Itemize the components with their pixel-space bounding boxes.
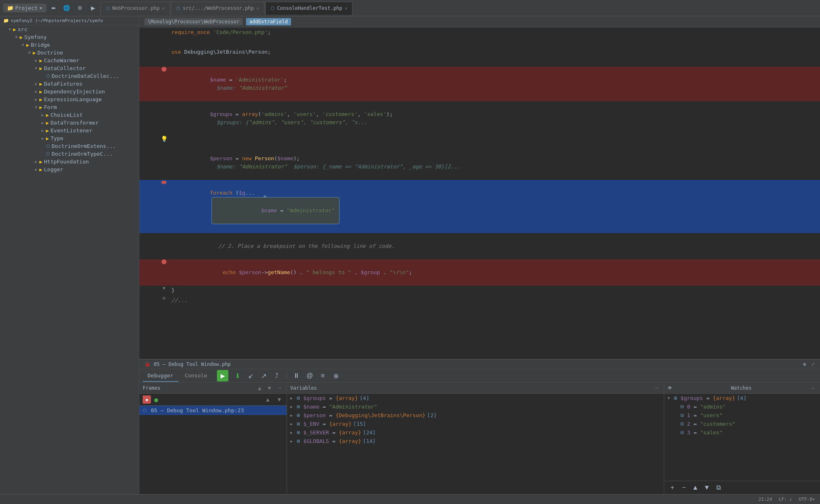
var-arrow-globals: ▶ xyxy=(290,439,295,443)
watches-header-btns: → xyxy=(809,384,817,392)
tree-item-form[interactable]: ▼ ▶ Form xyxy=(0,103,139,111)
debug-watch-btn[interactable]: @ xyxy=(304,370,315,381)
breakpoint-1[interactable] xyxy=(162,67,166,72)
var-item-env[interactable]: ▶ ⊞ $_ENV = {array} [15] xyxy=(287,420,664,428)
tree-item-cachewarmer[interactable]: ▶ ▶ CacheWarmer xyxy=(0,57,139,64)
thread-down-btn[interactable]: ▼ xyxy=(275,396,283,403)
project-selector[interactable]: 📁 Project ▾ xyxy=(3,4,46,12)
nav-back-btn[interactable]: ⬅ xyxy=(48,2,59,14)
status-encoding[interactable]: UTF-8▾ xyxy=(799,497,815,502)
watches-remove-btn[interactable]: − xyxy=(679,483,689,493)
breadcrumb-seg-2[interactable]: addExtraField xyxy=(246,18,291,25)
code-line-blank1 xyxy=(139,37,820,47)
tree-item-bridge[interactable]: ▼ ▶ Bridge xyxy=(0,41,139,49)
debug-step-into-btn[interactable]: ↙ xyxy=(245,370,256,381)
tab-close-btn-3[interactable]: × xyxy=(345,6,348,11)
var-name-person: $person xyxy=(303,412,326,418)
debug-tab-debugger[interactable]: Debugger xyxy=(143,370,178,382)
watch-item-groups[interactable]: ▼ ⊞ $groups = {array} [4] xyxy=(664,394,820,402)
tree-item-datatransformer[interactable]: ▶ ▶ DataTransformer xyxy=(0,119,139,127)
tree-item-datafixtures[interactable]: ▶ ▶ DataFixtures xyxy=(0,80,139,88)
stop-debug-btn[interactable]: ■ xyxy=(143,395,151,404)
breakpoint-arrow[interactable] xyxy=(162,180,166,185)
debug-run-cursor-btn[interactable]: ⤴ xyxy=(271,370,282,381)
debug-step-out-btn[interactable]: ↗ xyxy=(258,370,269,381)
tab-label: WebProcessor.php xyxy=(112,5,160,11)
line-num-echo xyxy=(139,259,160,260)
watches-panel: 👁 Watches → ▼ ⊞ $groups = {a xyxy=(664,383,820,494)
tree-item-doctrinetypec[interactable]: ⬡ DoctrineOrmTypeC... xyxy=(0,150,139,158)
breakpoint-2[interactable] xyxy=(162,259,166,264)
watch-child-2[interactable]: ⊟ 2 = "customers" xyxy=(664,420,820,428)
vars-close-btn[interactable]: → xyxy=(652,384,661,392)
folder-icon: 📁 xyxy=(7,5,14,11)
frames-close-btn[interactable]: → xyxy=(275,384,283,392)
tree-item-explang[interactable]: ▶ ▶ ExpressionLanguage xyxy=(0,95,139,103)
debug-frames-btn[interactable]: ≡ xyxy=(317,370,328,381)
watches-add-btn[interactable]: + xyxy=(667,483,677,493)
expand-code-btn[interactable]: ⊞ xyxy=(163,295,166,301)
watches-up-btn[interactable]: ▲ xyxy=(690,483,700,493)
debug-expand-icon[interactable]: ⤢ xyxy=(811,361,815,367)
watch-child-val-0: "admins" xyxy=(700,404,726,410)
debug-settings-btn2[interactable]: ⊕ xyxy=(330,370,342,381)
settings-btn[interactable]: ⚙ xyxy=(74,2,86,14)
var-item-person[interactable]: ▶ ⊞ $person = {Debugging\JetBrains\Perso… xyxy=(287,411,664,420)
status-line-ending[interactable]: LF: ↓ xyxy=(779,497,792,502)
frames-down-btn[interactable]: ▼ xyxy=(265,384,273,392)
var-icon-groups: ⊞ xyxy=(297,395,300,401)
var-name-env: $_ENV xyxy=(303,421,319,427)
tree-item-httpfoundation[interactable]: ▶ ▶ HttpFoundation xyxy=(0,158,139,166)
tree-item-symfony[interactable]: ▼ ▶ Symfony xyxy=(0,33,139,41)
tree-item-logger[interactable]: ▶ ▶ Logger xyxy=(0,166,139,173)
debug-gear-icon[interactable]: ⚙ xyxy=(803,361,806,367)
tree-item-type[interactable]: ▶ ▶ Type xyxy=(0,134,139,142)
debug-resume-btn[interactable]: ▶ xyxy=(217,370,228,381)
frames-up-btn[interactable]: ▲ xyxy=(255,384,264,392)
tab-webprocessor[interactable]: ⬡ WebProcessor.php × xyxy=(100,2,170,15)
tree-item-choicelist[interactable]: ▶ ▶ ChoiceList xyxy=(0,111,139,119)
tree-item-doctrine[interactable]: ▼ ▶ Doctrine xyxy=(0,49,139,57)
watch-child-1[interactable]: ⊟ 1 = "users" xyxy=(664,411,820,420)
run-btn[interactable]: ▶ xyxy=(87,2,99,14)
tree-item-doctrine-data-file[interactable]: ⬡ DoctrineDataCollec... xyxy=(0,72,139,80)
tab-webprocessor2[interactable]: ⬡ src/.../WebProcessor.php × xyxy=(171,2,264,15)
tree-item-eventlistener[interactable]: ▶ ▶ EventListener xyxy=(0,127,139,134)
tab-consolehandler[interactable]: ⬡ ConsoleHandlerTest.php × xyxy=(265,2,353,15)
watch-child-0[interactable]: ⊟ 0 = "admins" xyxy=(664,402,820,411)
watches-close-btn[interactable]: → xyxy=(809,384,817,392)
editor-area: \Monolog\Processor\WebProcessor addExtra… xyxy=(139,16,820,359)
breadcrumb-seg-1[interactable]: \Monolog\Processor\WebProcessor xyxy=(144,18,243,25)
debug-tab-console[interactable]: Console xyxy=(180,370,212,382)
tree-item-doctrineext[interactable]: ⬡ DoctrineOrmExtens... xyxy=(0,142,139,150)
watches-copy-btn[interactable]: ⧉ xyxy=(713,483,723,493)
tree-label-el: ExpressionLanguage xyxy=(44,96,102,102)
frame-item-main[interactable]: ⬡ 05 – Debug Tool Window.php:23 xyxy=(139,406,287,415)
tree-item-src[interactable]: ▼ ▶ src xyxy=(0,25,139,33)
tree-item-datacollector[interactable]: ▼ ▶ DataCollector xyxy=(0,64,139,72)
watches-down-btn[interactable]: ▼ xyxy=(702,483,712,493)
var-item-globals[interactable]: ▶ ⊞ $GLOBALS = {array} [14] xyxy=(287,437,664,445)
code-content-person: $person = new Person($name); $name: "Adm… xyxy=(168,145,820,180)
var-item-server[interactable]: ▶ ⊞ $_SERVER = {array} [24] xyxy=(287,428,664,437)
file-icon-dtc: ⬡ xyxy=(46,151,50,157)
file-icon-ddf: ⬡ xyxy=(46,73,50,79)
gutter-ellipsis: ⊞ xyxy=(160,295,168,301)
tree-item-depinject[interactable]: ▶ ▶ DependencyInjection xyxy=(0,88,139,95)
tab-close-btn[interactable]: × xyxy=(162,6,165,11)
thread-up-btn[interactable]: ▲ xyxy=(264,396,272,403)
tree-label-hf: HttpFoundation xyxy=(44,159,89,165)
watch-child-3[interactable]: ⊟ 3 = "sales" xyxy=(664,428,820,437)
debug-evaluate-btn[interactable]: ⏸ xyxy=(291,370,302,381)
bulb-icon[interactable]: 💡 xyxy=(161,136,168,142)
var-item-name[interactable]: ▶ ⊞ $name = "Administrator" xyxy=(287,402,664,411)
collapse-btn[interactable]: ▼ xyxy=(163,286,166,291)
var-item-groups[interactable]: ▶ ⊞ $groups = {array} [4] xyxy=(287,394,664,402)
folder-icon-el: ▶ xyxy=(39,97,42,102)
tab-close-btn-2[interactable]: × xyxy=(256,6,259,11)
nav-forward-btn[interactable]: 🌐 xyxy=(61,2,73,14)
code-editor[interactable]: require_once 'Code/Person.php'; use Debu… xyxy=(139,27,820,359)
status-position[interactable]: 21:24 xyxy=(758,497,772,502)
debug-step-over-btn[interactable]: ⬇ xyxy=(232,370,243,381)
frame-file-icon: ⬡ xyxy=(143,408,147,413)
